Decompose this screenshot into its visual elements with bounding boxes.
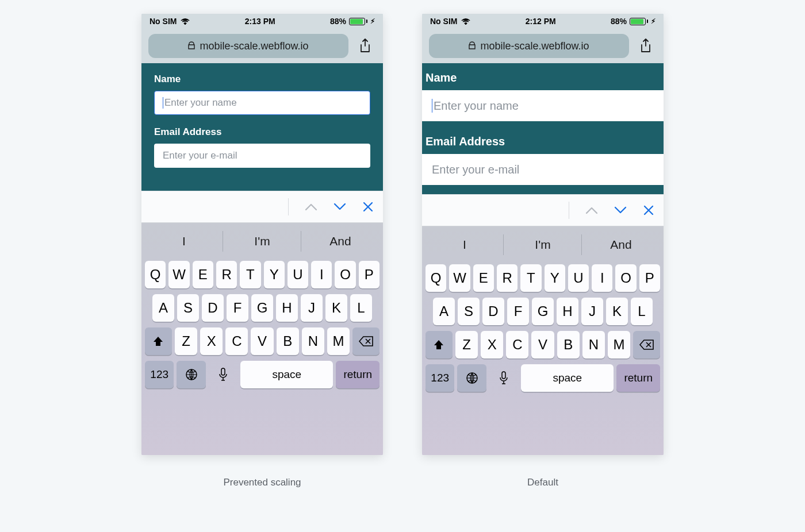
share-button[interactable] — [635, 35, 657, 57]
key-k[interactable]: K — [606, 298, 628, 325]
key-e[interactable]: E — [193, 261, 213, 288]
key-c[interactable]: C — [225, 327, 248, 355]
key-g[interactable]: G — [251, 294, 273, 322]
key-i[interactable]: I — [311, 261, 332, 288]
key-a[interactable]: A — [433, 298, 455, 325]
charging-icon: ⚡︎ — [370, 17, 375, 25]
key-e[interactable]: E — [473, 264, 494, 292]
key-w[interactable]: W — [168, 261, 189, 288]
key-m[interactable]: M — [327, 327, 350, 355]
key-s[interactable]: S — [458, 298, 480, 325]
key-q[interactable]: Q — [425, 264, 446, 292]
key-p[interactable]: P — [359, 261, 379, 288]
prev-field-button[interactable] — [305, 203, 317, 211]
key-o[interactable]: O — [615, 264, 636, 292]
key-w[interactable]: W — [449, 264, 470, 292]
email-input[interactable]: Enter your e-mail — [422, 154, 664, 185]
key-r[interactable]: R — [497, 264, 518, 292]
suggestion[interactable]: I'm — [504, 232, 582, 257]
url-text: mobile-scale.webflow.io — [480, 40, 589, 52]
suggestion[interactable]: And — [301, 229, 379, 254]
key-u[interactable]: U — [568, 264, 589, 292]
key-l[interactable]: L — [350, 294, 372, 322]
key-g[interactable]: G — [532, 298, 554, 325]
key-t[interactable]: T — [240, 261, 260, 288]
key-v[interactable]: V — [251, 327, 273, 355]
suggestion[interactable]: I — [145, 229, 223, 254]
address-bar[interactable]: mobile-scale.webflow.io — [148, 34, 348, 58]
key-r[interactable]: R — [216, 261, 237, 288]
key-n[interactable]: N — [582, 331, 605, 358]
key-l[interactable]: L — [631, 298, 653, 325]
name-input[interactable]: Enter your name — [422, 90, 664, 121]
suggestion[interactable]: I'm — [223, 229, 301, 254]
key-mic[interactable] — [489, 364, 518, 392]
svg-rect-1 — [221, 368, 225, 375]
key-t[interactable]: T — [520, 264, 541, 292]
keyboard: I I'm And Q W E R T Y U I O P A — [141, 223, 383, 455]
key-c[interactable]: C — [506, 331, 528, 358]
caption-right: Default — [527, 477, 558, 488]
name-label: Name — [422, 71, 664, 84]
key-backspace[interactable] — [633, 331, 660, 358]
key-f[interactable]: F — [507, 298, 529, 325]
key-p[interactable]: P — [639, 264, 660, 292]
key-x[interactable]: X — [481, 331, 503, 358]
key-backspace[interactable] — [352, 327, 379, 355]
browser-chrome: mobile-scale.webflow.io — [141, 29, 383, 63]
key-j[interactable]: J — [581, 298, 603, 325]
email-input[interactable]: Enter your e-mail — [154, 144, 370, 168]
address-bar[interactable]: mobile-scale.webflow.io — [429, 34, 629, 58]
share-button[interactable] — [354, 35, 376, 57]
key-q[interactable]: Q — [145, 261, 166, 288]
key-shift[interactable] — [425, 331, 453, 358]
key-h[interactable]: H — [276, 294, 298, 322]
key-z[interactable]: Z — [175, 327, 197, 355]
key-b[interactable]: B — [277, 327, 299, 355]
key-f[interactable]: F — [227, 294, 248, 322]
key-n[interactable]: N — [302, 327, 324, 355]
status-bar: No SIM 2:12 PM 88% ⚡︎ — [422, 14, 664, 29]
key-u[interactable]: U — [288, 261, 308, 288]
key-space[interactable]: space — [240, 361, 333, 388]
key-space[interactable]: space — [521, 364, 614, 392]
key-a[interactable]: A — [152, 294, 174, 322]
key-mic[interactable] — [209, 361, 237, 388]
key-d[interactable]: D — [482, 298, 504, 325]
key-d[interactable]: D — [202, 294, 224, 322]
key-h[interactable]: H — [557, 298, 578, 325]
suggestion[interactable]: And — [582, 232, 660, 257]
key-y[interactable]: Y — [545, 264, 565, 292]
key-z[interactable]: Z — [455, 331, 478, 358]
key-o[interactable]: O — [335, 261, 355, 288]
name-input[interactable]: Enter your name — [154, 91, 370, 115]
dismiss-keyboard-button[interactable] — [643, 205, 654, 216]
key-123[interactable]: 123 — [145, 361, 174, 388]
key-i[interactable]: I — [592, 264, 612, 292]
key-y[interactable]: Y — [264, 261, 285, 288]
clock-text: 2:12 PM — [526, 17, 556, 26]
next-field-button[interactable] — [334, 203, 346, 211]
key-b[interactable]: B — [557, 331, 580, 358]
key-return[interactable]: return — [336, 361, 379, 388]
key-k[interactable]: K — [325, 294, 347, 322]
key-x[interactable]: X — [200, 327, 223, 355]
key-s[interactable]: S — [177, 294, 199, 322]
key-m[interactable]: M — [608, 331, 630, 358]
key-123[interactable]: 123 — [425, 364, 454, 392]
prev-field-button[interactable] — [585, 206, 598, 214]
next-field-button[interactable] — [614, 206, 627, 214]
key-return[interactable]: return — [616, 364, 660, 392]
keyboard: I I'm And Q W E R T Y U I O P A — [422, 226, 664, 455]
suggestion[interactable]: I — [425, 232, 504, 257]
key-globe[interactable] — [177, 361, 205, 388]
battery-icon — [630, 18, 648, 25]
key-globe[interactable] — [457, 364, 486, 392]
key-j[interactable]: J — [301, 294, 323, 322]
phone-prevented: No SIM 2:13 PM 88% ⚡︎ — [141, 14, 383, 455]
url-text: mobile-scale.webflow.io — [200, 40, 308, 52]
key-shift[interactable] — [145, 327, 172, 355]
phone-default: No SIM 2:12 PM 88% ⚡︎ — [422, 14, 664, 455]
dismiss-keyboard-button[interactable] — [362, 201, 374, 213]
key-v[interactable]: V — [531, 331, 554, 358]
